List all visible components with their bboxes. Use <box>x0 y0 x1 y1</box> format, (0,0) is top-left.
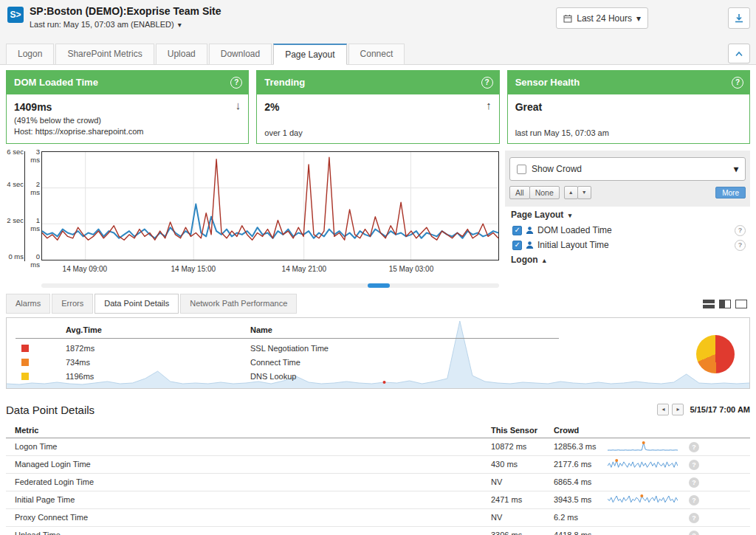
help-icon[interactable]: ? <box>689 442 699 452</box>
metric-checkbox[interactable] <box>512 241 522 250</box>
move-down-button[interactable]: ▼ <box>577 186 591 199</box>
axis-tick-label: 14 May 21:00 <box>282 265 327 273</box>
crowd-value: 2177.6 ms <box>554 460 591 469</box>
group-logon[interactable]: Logon ▴ <box>511 255 546 265</box>
column-header-name: Name <box>250 325 272 334</box>
axis-tick-label: 15 May 03:00 <box>389 265 434 273</box>
last-run-status[interactable]: Last run: May 15, 07:03 am (ENABLED) ▾ <box>30 20 182 29</box>
chevron-down-icon: ▾ <box>636 13 641 24</box>
axis-tick-label: 2 sec <box>6 216 24 224</box>
series-color-swatch <box>21 345 29 352</box>
crowd-value: 3943.5 ms <box>554 495 591 504</box>
help-icon[interactable]: ? <box>735 240 746 251</box>
select-none-button[interactable]: None <box>529 186 560 199</box>
table-row: Upload Time 3306 ms 4418.8 ms ? <box>6 527 750 535</box>
crowd-comparison-text: (491% below the crowd) <box>14 116 241 125</box>
layout-single-button[interactable] <box>735 299 749 308</box>
crowd-value: 6.2 ms <box>554 513 578 522</box>
tab-network-path-performance[interactable]: Network Path Performance <box>180 294 297 314</box>
more-button[interactable]: More <box>715 187 746 199</box>
help-icon[interactable]: ? <box>689 477 699 488</box>
breakdown-row: 734ms Connect Time <box>16 356 559 370</box>
group-label: Logon <box>511 255 538 265</box>
row-sparkline <box>608 441 678 453</box>
time-series-chart[interactable] <box>41 151 499 260</box>
layout-split-icon <box>719 300 731 308</box>
help-icon[interactable]: ? <box>689 460 699 470</box>
axis-tick-label: 14 May 09:00 <box>63 265 108 273</box>
prev-datapoint-button[interactable]: ◂ <box>657 404 669 415</box>
tab-upload[interactable]: Upload <box>156 44 207 65</box>
help-icon[interactable]: ? <box>689 531 699 535</box>
axis-tick-label: 3 ms <box>26 148 40 164</box>
metric-value: 1409ms <box>14 101 52 113</box>
tab-alarms[interactable]: Alarms <box>6 294 50 314</box>
layout-stacked-icon <box>703 300 715 308</box>
metric-name: Logon Time <box>15 442 57 451</box>
card-dom-loaded-time: DOM Loaded Time ? 1409ms ↓ (491% below t… <box>6 70 249 144</box>
app-header: S> SP:Boston (DEMO):Exoprise Team Site L… <box>0 0 756 38</box>
card-sensor-health: Sensor Health ? Great last run May 15, 0… <box>507 70 750 144</box>
secondary-y-axis-line <box>24 151 25 261</box>
crowd-select[interactable]: Show Crowd ▾ <box>509 157 746 181</box>
crowd-value: 4418.8 ms <box>554 531 591 535</box>
metric-row-dom-loaded-time: DOM Loaded Time ? <box>512 224 746 237</box>
tab-connect[interactable]: Connect <box>348 44 405 65</box>
group-page-layout[interactable]: Page Layout ▾ <box>511 210 571 220</box>
summary-cards: DOM Loaded Time ? 1409ms ↓ (491% below t… <box>6 70 750 144</box>
metric-checkbox[interactable] <box>512 226 522 235</box>
calendar-icon <box>563 14 572 23</box>
chart-scrollbar-thumb[interactable] <box>368 283 390 288</box>
tab-logon[interactable]: Logon <box>6 44 54 65</box>
move-up-button[interactable]: ▲ <box>564 186 578 199</box>
metric-name: Federated Login Time <box>15 477 94 486</box>
tab-page-layout[interactable]: Page Layout <box>273 44 346 65</box>
time-range-label: Last 24 Hours <box>577 13 632 24</box>
layout-split-button[interactable] <box>719 299 732 308</box>
help-icon[interactable]: ? <box>689 513 699 523</box>
series-name: DNS Lookup <box>250 372 296 381</box>
show-crowd-checkbox[interactable] <box>517 165 526 174</box>
datapoint-timestamp: 5/15/17 7:00 AM <box>690 405 750 414</box>
tab-sharepoint-metrics[interactable]: SharePoint Metrics <box>55 44 154 65</box>
tab-errors[interactable]: Errors <box>52 294 93 314</box>
breakdown-row: 1196ms DNS Lookup <box>16 370 559 384</box>
trend-up-icon: ↑ <box>486 99 492 111</box>
metric-name: Proxy Connect Time <box>15 513 88 522</box>
card-header: Sensor Health ? <box>508 71 749 94</box>
metric-row-initial-layout-time: Initial Layout Time ? <box>512 238 746 252</box>
help-icon[interactable]: ? <box>481 77 493 89</box>
page-title: SP:Boston (DEMO):Exoprise Team Site <box>30 5 221 17</box>
card-body: 2% ↑ over 1 day <box>257 94 498 143</box>
tab-download[interactable]: Download <box>209 44 272 65</box>
column-header-avg-time: Avg.Time <box>66 325 102 334</box>
column-header-this-sensor: This Sensor <box>491 426 537 435</box>
primary-tab-bar: Logon SharePoint Metrics Upload Download… <box>0 38 756 65</box>
help-icon[interactable]: ? <box>732 77 743 89</box>
axis-tick-label: 0 ms <box>6 252 24 260</box>
time-range-button[interactable]: Last 24 Hours ▾ <box>556 7 648 29</box>
metric-value: 2% <box>264 101 279 113</box>
metric-value: Great <box>515 101 543 113</box>
metric-name: Upload Time <box>15 531 61 535</box>
row-sparkline <box>608 459 678 471</box>
chart-scrollbar[interactable] <box>41 283 499 288</box>
details-header-row: Data Point Details ◂ ▸ 5/15/17 7:00 AM <box>6 402 750 420</box>
axis-tick-label: 6 sec <box>6 148 24 156</box>
secondary-tab-bar: Alarms Errors Data Point Details Network… <box>6 294 750 314</box>
show-crowd-label: Show Crowd <box>532 164 582 174</box>
download-icon <box>734 13 744 24</box>
collapse-panel-button[interactable] <box>728 44 750 63</box>
next-datapoint-button[interactable]: ▸ <box>672 404 684 415</box>
help-icon[interactable]: ? <box>230 77 242 89</box>
layout-single-icon <box>735 300 747 308</box>
chevron-down-icon: ▾ <box>568 212 572 219</box>
last-run-text: Last run: May 15, 07:03 am (ENABLED) <box>30 20 174 29</box>
help-icon[interactable]: ? <box>735 225 746 236</box>
help-icon[interactable]: ? <box>689 495 699 505</box>
select-all-button[interactable]: All <box>509 186 530 199</box>
export-button[interactable] <box>728 7 750 29</box>
card-title: Trending <box>264 77 305 88</box>
layout-stacked-button[interactable] <box>703 299 716 308</box>
tab-data-point-details[interactable]: Data Point Details <box>94 294 179 314</box>
